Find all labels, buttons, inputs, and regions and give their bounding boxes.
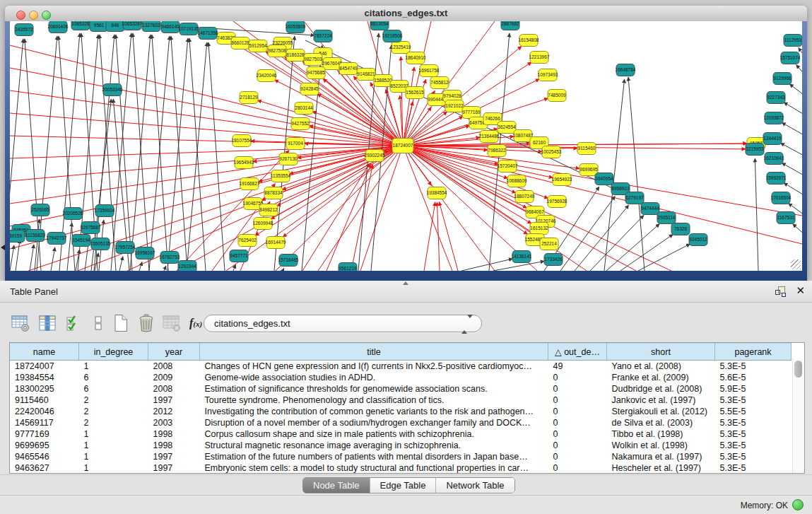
- svg-text:15720407: 15720407: [498, 163, 518, 168]
- svg-text:17016504: 17016504: [771, 195, 792, 200]
- memory-status-label: Memory: OK: [741, 501, 788, 510]
- svg-text:10807487: 10807487: [513, 133, 534, 138]
- table-cell: 49: [548, 361, 607, 373]
- table-cell: 0: [548, 383, 607, 395]
- network-canvas[interactable]: 1872400774638228660128591295423226055982…: [10, 21, 802, 271]
- panel-collapse-arrow-icon[interactable]: [1, 245, 5, 250]
- svg-text:15716485: 15716485: [278, 257, 299, 262]
- canvas-resize-grip[interactable]: [791, 259, 801, 269]
- svg-text:14136141: 14136141: [512, 254, 532, 259]
- svg-text:9474444: 9474444: [641, 206, 659, 211]
- svg-text:19218506: 19218506: [382, 33, 403, 38]
- column-header-0[interactable]: name: [10, 344, 79, 361]
- close-panel-icon[interactable]: ✕: [796, 285, 805, 296]
- column-header-5[interactable]: short: [607, 344, 715, 361]
- svg-text:9245012: 9245012: [689, 237, 707, 242]
- svg-text:2887682: 2887682: [501, 21, 519, 26]
- table-cell: 1997: [148, 462, 200, 474]
- column-chooser-icon[interactable]: [37, 313, 58, 333]
- svg-text:746266: 746266: [485, 116, 500, 121]
- svg-text:1112953: 1112953: [784, 37, 802, 42]
- table-cell: 0: [548, 462, 607, 474]
- table-cell: 18724007: [10, 361, 79, 373]
- table-cell: Genome-wide association studies in ADHD.: [200, 372, 548, 383]
- delete-entries-icon[interactable]: [136, 313, 157, 333]
- tab-network-table[interactable]: Network Table: [436, 478, 514, 493]
- table-selector-dropdown[interactable]: citations_edges.txt: [204, 315, 482, 332]
- table-cell: 9465546: [10, 451, 79, 462]
- column-header-6[interactable]: pagerank: [715, 344, 792, 361]
- svg-text:1733426: 1733426: [544, 257, 563, 262]
- svg-text:9227343: 9227343: [767, 95, 785, 100]
- table-cell: de Silva et al. (2003): [607, 417, 715, 428]
- svg-text:1545194: 1545194: [72, 238, 90, 243]
- scrollbar-thumb[interactable]: [794, 361, 802, 378]
- table-row[interactable]: 911546021997Tourette syndrome. Phenomeno…: [10, 395, 792, 406]
- column-header-1[interactable]: in_degree: [79, 344, 148, 361]
- table-row[interactable]: 1830029562008Estimation of significance …: [10, 383, 792, 395]
- svg-text:1921022: 1921022: [445, 103, 464, 108]
- svg-text:9684067: 9684067: [526, 209, 544, 214]
- svg-text:9427552: 9427552: [291, 121, 310, 126]
- table-row[interactable]: 2242004622012Investigating the contribut…: [10, 406, 792, 417]
- svg-text:16958167: 16958167: [135, 250, 155, 255]
- table-cell: 14569117: [10, 417, 79, 428]
- table-row[interactable]: 946362711997Embryonic stem cells: a mode…: [10, 462, 792, 474]
- svg-text:1292344: 1292344: [178, 264, 196, 269]
- tab-edge-table[interactable]: Edge Table: [370, 478, 437, 493]
- splitter-handle[interactable]: [403, 281, 408, 285]
- table-cell: 1998: [148, 428, 200, 440]
- svg-text:12609948: 12609948: [253, 221, 273, 226]
- table-row[interactable]: 1456911722003Disruption of a novel membe…: [10, 417, 792, 428]
- float-panel-icon[interactable]: [775, 286, 785, 296]
- table-row[interactable]: 946554611997Estimation of the future num…: [10, 451, 792, 462]
- svg-text:6279197: 6279197: [625, 195, 644, 200]
- network-window-titlebar[interactable]: citations_edges.txt: [5, 6, 807, 22]
- svg-text:252214: 252214: [541, 241, 557, 246]
- svg-text:15505135: 15505135: [90, 241, 111, 246]
- svg-text:16053809: 16053809: [286, 24, 306, 29]
- memory-status-indicator: [792, 499, 804, 510]
- dropdown-arrows-icon: [461, 318, 473, 331]
- table-cell: Jankovic et al. (1997): [607, 395, 715, 406]
- column-header-3[interactable]: title: [200, 344, 548, 361]
- table-panel-header: Table Panel ✕: [0, 281, 812, 303]
- table-cell: 5.5E-5: [715, 406, 792, 417]
- svg-text:1588520: 1588520: [374, 78, 392, 83]
- table-cell: 0: [548, 395, 607, 406]
- column-visibility-icon[interactable]: [64, 313, 85, 333]
- svg-text:9827508: 9827508: [268, 48, 286, 53]
- svg-text:20691406: 20691406: [48, 24, 69, 29]
- table-cell: 0: [548, 440, 607, 451]
- network-window[interactable]: citations_edges.txt 18724007746382286601…: [5, 6, 807, 281]
- svg-text:19654943: 19654943: [234, 160, 254, 165]
- tab-node-table[interactable]: Node Table: [303, 478, 370, 493]
- table-settings-icon[interactable]: [10, 313, 31, 333]
- column-header-4[interactable]: △ out_de…: [548, 344, 607, 361]
- row-height-icon[interactable]: [88, 313, 109, 333]
- svg-text:12213967: 12213967: [529, 54, 550, 59]
- table-vertical-scrollbar[interactable]: [792, 358, 804, 473]
- table-row[interactable]: 969969511998Structural magnetic resonanc…: [10, 440, 792, 451]
- svg-text:846: 846: [112, 23, 119, 28]
- table-cell: 1: [79, 451, 148, 462]
- svg-text:18640910: 18640910: [406, 55, 426, 60]
- table-row[interactable]: 1938455462009Genome-wide association stu…: [10, 372, 792, 383]
- table-cell: Embryonic stem cells: a model to study s…: [200, 462, 548, 474]
- svg-text:8454749: 8454749: [339, 66, 358, 71]
- svg-text:2935114: 2935114: [658, 215, 676, 220]
- table-cell: 0: [548, 428, 607, 440]
- svg-text:9777169: 9777169: [462, 110, 481, 115]
- table-cell: Hescheler et al. (1997): [607, 462, 715, 474]
- new-table-icon[interactable]: [110, 313, 131, 333]
- table-row[interactable]: 977716911998Corpus callosum shape and si…: [10, 428, 792, 440]
- svg-text:9699695: 9699695: [579, 167, 598, 172]
- table-row[interactable]: 1872400712008Changes of HCN gene express…: [10, 361, 792, 373]
- network-graph[interactable]: 1872400774638228660128591295423226055982…: [10, 21, 802, 271]
- table-cell: 9777169: [10, 428, 79, 440]
- svg-text:1065328: 1065328: [71, 21, 90, 26]
- table-panel-title: Table Panel: [10, 286, 58, 297]
- svg-text:1615132: 1615132: [530, 226, 548, 230]
- column-header-2[interactable]: year: [148, 344, 200, 361]
- node-table: namein_degreeyeartitle△ out_de…shortpage…: [9, 342, 805, 474]
